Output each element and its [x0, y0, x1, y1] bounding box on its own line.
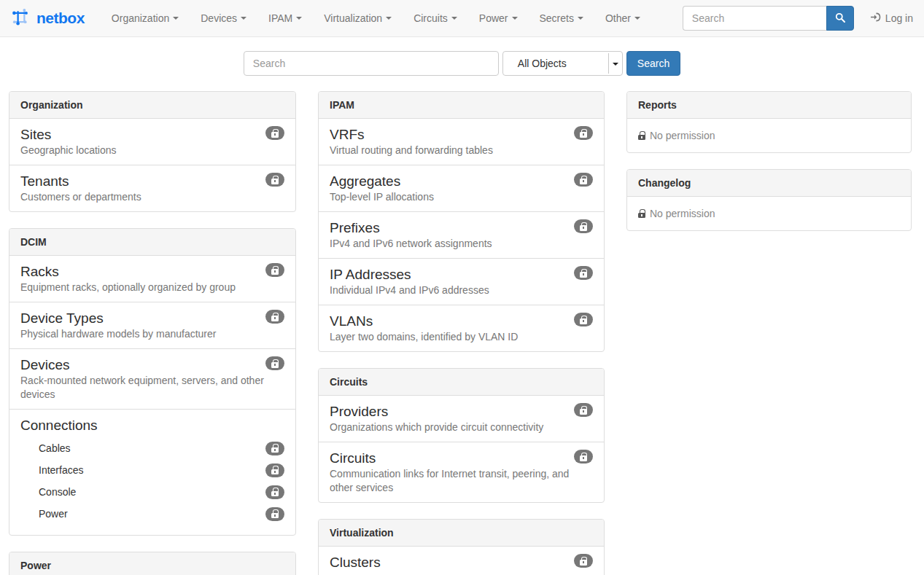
lock-badge [574, 266, 593, 280]
item-desc: IPv4 and IPv6 network assignments [330, 237, 593, 251]
lock-badge [574, 313, 593, 326]
panel-changelog: Changelog No permission [626, 169, 912, 231]
netbox-logo-icon [11, 7, 31, 30]
list-item-device-types[interactable]: Device Types Physical hardware models by… [9, 302, 295, 348]
list-item-vrfs[interactable]: VRFs Virtual routing and forwarding tabl… [319, 119, 604, 165]
lock-badge [574, 554, 593, 568]
item-title: Prefixes [330, 219, 593, 237]
panel-title: Organization [9, 92, 295, 119]
list-item-vlans[interactable]: VLANs Layer two domains, identified by V… [319, 305, 604, 351]
lock-badge [265, 485, 284, 499]
item-title: Interfaces [39, 464, 83, 476]
item-title: VLANs [330, 313, 593, 330]
lock-icon [638, 131, 645, 140]
select-caret-icon [613, 63, 618, 66]
lock-icon [638, 209, 645, 218]
list-item-providers[interactable]: Providers Organizations which provide ci… [319, 396, 604, 442]
lock-badge [574, 450, 593, 463]
nav-menu-label: Circuits [414, 12, 448, 24]
login-link[interactable]: Log in [870, 12, 913, 24]
nav-menu-secrets[interactable]: Secrets [529, 0, 594, 36]
list-item-racks[interactable]: Racks Equipment racks, optionally organi… [9, 256, 295, 302]
nav-menu-other[interactable]: Other [594, 0, 651, 36]
log-in-icon [870, 12, 881, 24]
nav-menu-power[interactable]: Power [468, 0, 529, 36]
panel-virtualization: Virtualization Clusters [318, 519, 605, 575]
panel-title: Reports [627, 92, 911, 119]
connections-item-power[interactable]: Power [20, 503, 284, 525]
list-item-circuits[interactable]: Circuits Communication links for Interne… [319, 442, 604, 502]
lock-icon [271, 466, 279, 474]
item-title: Power [39, 508, 68, 520]
nav-menu-organization[interactable]: Organization [101, 0, 190, 36]
panel-circuits: Circuits Providers Organizations which p… [318, 368, 605, 503]
lock-icon [580, 269, 587, 278]
connections-group: Connections Cables Interfaces Console [9, 409, 295, 535]
item-title: IP Addresses [330, 266, 593, 283]
nav-menu-label: Devices [201, 12, 237, 24]
item-desc: Customers or departments [20, 190, 284, 204]
chevron-down-icon [296, 17, 302, 20]
lock-badge [265, 356, 284, 370]
lock-icon [271, 444, 279, 453]
lock-icon [580, 176, 587, 184]
panel-reports: Reports No permission [626, 91, 912, 153]
brand-name: netbox [36, 9, 85, 27]
list-item-ip-addresses[interactable]: IP Addresses Individual IPv4 and IPv6 ad… [319, 258, 604, 305]
nav-menu-label: Organization [112, 12, 169, 24]
lock-badge [265, 126, 284, 140]
navbar-search-input[interactable] [683, 6, 826, 31]
nav-menu-circuits[interactable]: Circuits [403, 0, 468, 36]
search-input[interactable] [244, 51, 499, 76]
panel-title: Power [9, 552, 295, 575]
login-label: Log in [885, 12, 913, 24]
search-button[interactable]: Search [626, 51, 680, 76]
list-item-tenants[interactable]: Tenants Customers or departments [9, 165, 295, 211]
chevron-down-icon [578, 17, 583, 20]
netbox-brand-link[interactable]: netbox [0, 7, 92, 30]
nav-menu-virtualization[interactable]: Virtualization [313, 0, 403, 36]
item-title: Providers [330, 403, 593, 421]
navbar-search [683, 6, 854, 31]
lock-icon [271, 129, 279, 138]
item-title: Aggregates [330, 173, 593, 190]
lock-badge [574, 173, 593, 187]
lock-badge [265, 507, 284, 521]
dashboard-columns: Organization Sites Geographic locations … [0, 91, 924, 575]
search-icon [835, 12, 845, 25]
nav-menu-label: IPAM [268, 12, 292, 24]
panel-dcim: DCIM Racks Equipment racks, optionally o… [9, 228, 296, 536]
item-title: Clusters [330, 554, 593, 571]
lock-icon [580, 222, 587, 231]
panel-title: Virtualization [319, 520, 604, 547]
list-item-sites[interactable]: Sites Geographic locations [9, 119, 295, 165]
list-item-clusters[interactable]: Clusters [319, 547, 604, 575]
lock-icon [271, 266, 279, 275]
connections-item-interfaces[interactable]: Interfaces [20, 459, 284, 481]
nav-menu-devices[interactable]: Devices [190, 0, 257, 36]
panel-title: DCIM [9, 229, 295, 256]
no-permission-text: No permission [650, 208, 715, 219]
nav-menu-ipam[interactable]: IPAM [257, 0, 313, 36]
item-desc: Physical hardware models by manufacturer [20, 327, 284, 341]
object-type-select[interactable]: All Objects [502, 51, 623, 76]
chevron-down-icon [241, 17, 246, 20]
lock-icon [271, 313, 279, 321]
panel-ipam: IPAM VRFs Virtual routing and forwarding… [318, 91, 605, 352]
connections-item-console[interactable]: Console [20, 481, 284, 503]
list-item-devices[interactable]: Devices Rack-mounted network equipment, … [9, 348, 295, 409]
chevron-down-icon [451, 17, 457, 20]
navbar-search-button[interactable] [826, 6, 854, 31]
list-item-prefixes[interactable]: Prefixes IPv4 and IPv6 network assignmen… [319, 211, 604, 258]
panel-power: Power [9, 552, 296, 575]
column-left: Organization Sites Geographic locations … [9, 91, 296, 575]
lock-badge [265, 263, 284, 277]
connections-item-cables[interactable]: Cables [20, 437, 284, 459]
lock-icon [580, 406, 587, 415]
item-desc: Individual IPv4 and IPv6 addresses [330, 283, 593, 297]
item-desc: Virtual routing and forwarding tables [330, 144, 593, 157]
no-permission-message: No permission [627, 197, 911, 230]
lock-icon [271, 488, 279, 496]
column-middle: IPAM VRFs Virtual routing and forwarding… [318, 91, 605, 575]
list-item-aggregates[interactable]: Aggregates Top-level IP allocations [319, 165, 604, 211]
